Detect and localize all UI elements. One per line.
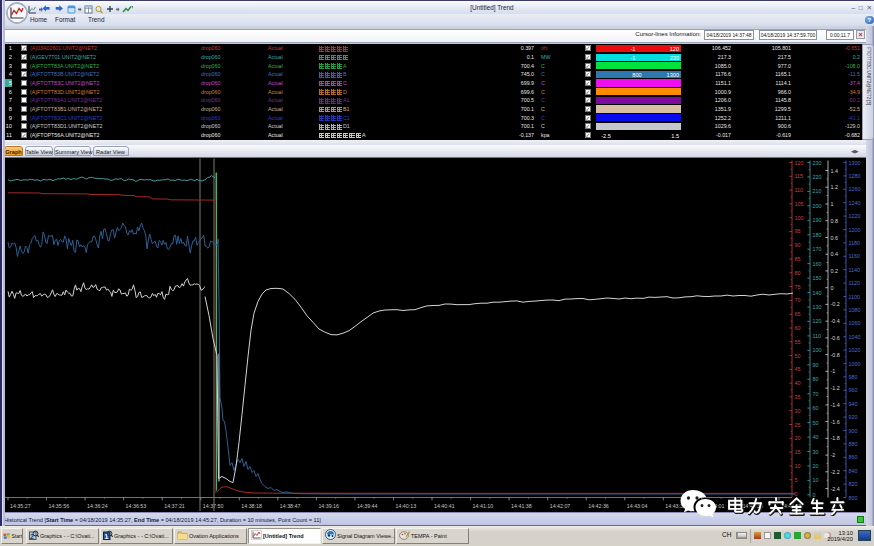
svg-text:100: 100 xyxy=(813,347,822,353)
svg-text:14:37:21: 14:37:21 xyxy=(164,503,185,509)
svg-text:1.2: 1.2 xyxy=(831,184,839,190)
svg-text:140: 140 xyxy=(813,289,822,295)
svg-text:40: 40 xyxy=(813,434,819,440)
svg-text:210: 210 xyxy=(813,188,822,194)
svg-text:100: 100 xyxy=(795,214,804,220)
svg-text:880: 880 xyxy=(849,440,858,446)
svg-text:120: 120 xyxy=(795,159,804,165)
svg-text:105: 105 xyxy=(795,200,804,206)
svg-text:1: 1 xyxy=(831,201,834,207)
svg-text:75: 75 xyxy=(795,283,801,289)
svg-text:14:43:04: 14:43:04 xyxy=(627,503,648,509)
svg-text:1160: 1160 xyxy=(849,253,861,259)
svg-text:14:39:44: 14:39:44 xyxy=(357,503,378,509)
svg-text:10: 10 xyxy=(813,477,819,483)
svg-text:-1.4: -1.4 xyxy=(831,401,840,407)
svg-text:1000: 1000 xyxy=(849,360,861,366)
svg-text:70: 70 xyxy=(813,390,819,396)
svg-text:820: 820 xyxy=(849,481,858,487)
svg-text:920: 920 xyxy=(849,414,858,420)
svg-text:14:38:47: 14:38:47 xyxy=(280,503,301,509)
svg-text:14:42:36: 14:42:36 xyxy=(588,503,609,509)
svg-text:-1.6: -1.6 xyxy=(831,418,840,424)
svg-text:230: 230 xyxy=(813,159,822,165)
svg-text:14:35:27: 14:35:27 xyxy=(10,503,31,509)
svg-text:0.8: 0.8 xyxy=(831,217,839,223)
svg-text:0.2: 0.2 xyxy=(831,267,839,273)
svg-text:1180: 1180 xyxy=(849,239,861,245)
svg-text:190: 190 xyxy=(813,217,822,223)
svg-text:1120: 1120 xyxy=(849,280,861,286)
svg-text:20: 20 xyxy=(795,435,801,441)
svg-text:1020: 1020 xyxy=(849,347,861,353)
svg-text:14:36:24: 14:36:24 xyxy=(87,503,108,509)
svg-text:200: 200 xyxy=(813,202,822,208)
svg-text:14:36:53: 14:36:53 xyxy=(126,503,147,509)
svg-text:150: 150 xyxy=(813,275,822,281)
svg-text:10: 10 xyxy=(795,462,801,468)
svg-text:0: 0 xyxy=(831,284,834,290)
svg-text:95: 95 xyxy=(795,228,801,234)
svg-text:14:39:16: 14:39:16 xyxy=(318,503,339,509)
svg-text:160: 160 xyxy=(813,260,822,266)
svg-text:980: 980 xyxy=(849,373,858,379)
svg-text:115: 115 xyxy=(795,173,804,179)
svg-text:-0.2: -0.2 xyxy=(831,301,840,307)
svg-text:90: 90 xyxy=(813,361,819,367)
svg-text:1060: 1060 xyxy=(849,320,861,326)
svg-text:180: 180 xyxy=(813,231,822,237)
svg-text:-2.2: -2.2 xyxy=(831,468,840,474)
svg-text:1080: 1080 xyxy=(849,306,861,312)
svg-text:80: 80 xyxy=(795,269,801,275)
svg-text:1140: 1140 xyxy=(849,266,861,272)
svg-text:25: 25 xyxy=(795,421,801,427)
svg-text:60: 60 xyxy=(795,325,801,331)
svg-text:1.4: 1.4 xyxy=(831,167,839,173)
svg-text:840: 840 xyxy=(849,467,858,473)
svg-text:14:41:38: 14:41:38 xyxy=(511,503,532,509)
svg-text:220: 220 xyxy=(813,173,822,179)
svg-text:1280: 1280 xyxy=(849,172,861,178)
svg-text:90: 90 xyxy=(795,242,801,248)
svg-text:1200: 1200 xyxy=(849,226,861,232)
svg-text:15: 15 xyxy=(795,449,801,455)
svg-text:860: 860 xyxy=(849,454,858,460)
svg-text:1: 1 xyxy=(104,533,108,540)
svg-text:30: 30 xyxy=(813,448,819,454)
svg-text:900: 900 xyxy=(849,427,858,433)
svg-text:50: 50 xyxy=(813,419,819,425)
svg-text:1240: 1240 xyxy=(849,199,861,205)
svg-text:14:38:18: 14:38:18 xyxy=(241,503,262,509)
svg-text:85: 85 xyxy=(795,256,801,262)
svg-text:-0.4: -0.4 xyxy=(831,318,840,324)
svg-text:-1: -1 xyxy=(831,368,836,374)
svg-text:14:37:50: 14:37:50 xyxy=(203,503,224,509)
svg-text:30: 30 xyxy=(795,407,801,413)
svg-text:0.4: 0.4 xyxy=(831,251,839,257)
svg-text:70: 70 xyxy=(795,297,801,303)
svg-text:-0.8: -0.8 xyxy=(831,351,840,357)
svg-text:14:41:10: 14:41:10 xyxy=(473,503,494,509)
svg-text:65: 65 xyxy=(795,311,801,317)
svg-text:-1.2: -1.2 xyxy=(831,385,840,391)
svg-text:60: 60 xyxy=(813,405,819,411)
svg-text:14:42:07: 14:42:07 xyxy=(550,503,571,509)
svg-text:1260: 1260 xyxy=(849,186,861,192)
svg-text:110: 110 xyxy=(813,332,822,338)
svg-text:110: 110 xyxy=(795,187,804,193)
svg-text:14:35:56: 14:35:56 xyxy=(49,503,70,509)
svg-text:940: 940 xyxy=(849,400,858,406)
svg-text:-0.6: -0.6 xyxy=(831,334,840,340)
svg-text:20: 20 xyxy=(813,462,819,468)
svg-text:1220: 1220 xyxy=(849,213,861,219)
svg-text:0.6: 0.6 xyxy=(831,234,839,240)
svg-text:960: 960 xyxy=(849,387,858,393)
svg-text:130: 130 xyxy=(813,304,822,310)
svg-text:35: 35 xyxy=(795,393,801,399)
svg-text:1300: 1300 xyxy=(849,159,861,165)
svg-text:170: 170 xyxy=(813,246,822,252)
svg-text:14:40:41: 14:40:41 xyxy=(434,503,455,509)
svg-text:5: 5 xyxy=(795,476,798,482)
svg-text:45: 45 xyxy=(795,366,801,372)
svg-text:55: 55 xyxy=(795,338,801,344)
